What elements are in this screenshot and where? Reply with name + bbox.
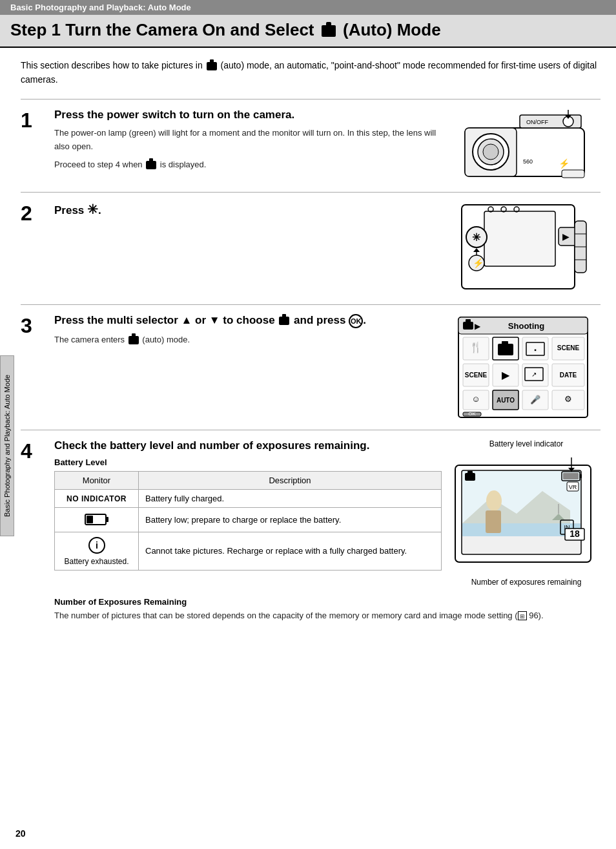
monitor-cell-1: NO INDICATOR: [55, 489, 139, 507]
svg-text:i: i: [96, 540, 98, 550]
inline-camera-icon-step3b: [128, 336, 139, 344]
info-icon: i: [88, 536, 106, 554]
svg-text:560: 560: [523, 158, 533, 165]
svg-text:🎤: 🎤: [530, 394, 541, 405]
battery-label: Battery Level: [54, 457, 442, 467]
battery-exhausted-label: Battery exhausted.: [64, 557, 128, 566]
svg-text:☺: ☺: [471, 394, 480, 404]
svg-point-75: [486, 490, 502, 511]
svg-rect-80: [467, 471, 473, 474]
step-1-image: ON/OFF 560 ⚡: [452, 109, 601, 183]
svg-text:Shooting: Shooting: [508, 321, 544, 331]
shooting-menu-illustration: ▶ Shooting 🍴: [455, 314, 597, 421]
table-row: NO INDICATOR Battery fully charged.: [55, 489, 442, 507]
step-3: 3 Press the multi selector ▲ or ▼ to cho…: [21, 304, 601, 430]
monitor-cell-2: [55, 507, 139, 532]
svg-text:⚙: ⚙: [564, 394, 572, 404]
step-4: 4 Check the battery level and number of …: [21, 430, 601, 632]
exposure-caption: Number of exposures remaining: [452, 578, 601, 587]
asterisk-symbol: ✳: [87, 202, 98, 216]
svg-text:⚡: ⚡: [473, 258, 484, 269]
inline-camera-icon-intro: [207, 62, 217, 70]
side-tab: Basic Photography and Playback: Auto Mod…: [0, 355, 14, 536]
low-battery-icon: [84, 512, 110, 526]
step-4-image: Battery level indicator: [452, 439, 601, 587]
monitor-cell-3: i Battery exhausted.: [55, 532, 139, 570]
top-bar-text: Basic Photography and Playback: Auto Mod…: [10, 3, 191, 12]
step-1-body: Press the power switch to turn on the ca…: [54, 109, 601, 183]
step-1-desc1: The power-on lamp (green) will light for…: [54, 127, 442, 154]
step-1: 1 Press the power switch to turn on the …: [21, 99, 601, 192]
intro-paragraph: This section describes how to take pictu…: [21, 58, 601, 87]
exposures-title: Number of Exposures Remaining: [54, 597, 601, 607]
exposures-desc: The number of pictures that can be store…: [54, 609, 601, 623]
battery-indicator-caption: Battery level indicator: [452, 439, 601, 448]
step-4-title: Check the battery level and number of ex…: [54, 439, 442, 452]
step-2-body: Press ✳.: [54, 202, 601, 295]
no-indicator-text: NO INDICATOR: [67, 494, 127, 503]
step-4-body: Check the battery level and number of ex…: [54, 439, 601, 623]
svg-text:▶: ▶: [562, 231, 570, 242]
svg-text:AUTO: AUTO: [497, 397, 515, 404]
table-header-description: Description: [139, 471, 442, 489]
camera-icon: [322, 25, 336, 37]
page-title: Step 1 Turn the Camera On and Select (Au…: [10, 20, 606, 40]
svg-text:SCENE: SCENE: [465, 372, 488, 379]
svg-text:OK: OK: [468, 411, 476, 417]
svg-rect-79: [465, 473, 475, 481]
inline-camera-icon-step1: [146, 161, 156, 169]
svg-text:✳: ✳: [472, 232, 481, 243]
table-header-monitor: Monitor: [55, 471, 139, 489]
svg-rect-67: [87, 516, 93, 523]
content-area: This section describes how to take pictu…: [0, 48, 616, 642]
step-1-title: Press the power switch to turn on the ca…: [54, 109, 442, 121]
book-icon: ⊞: [518, 611, 527, 620]
camera-back-illustration: ✳ ▶ ⚡: [458, 202, 594, 295]
svg-rect-33: [466, 319, 471, 322]
svg-text:⚡: ⚡: [559, 158, 570, 169]
svg-text:ON/OFF: ON/OFF: [526, 119, 548, 125]
table-row: i Battery exhausted. Cannot take picture…: [55, 532, 442, 570]
svg-text:VR: VR: [569, 484, 577, 490]
step-2-title: Press ✳.: [54, 202, 442, 217]
svg-text:DATE: DATE: [560, 372, 577, 379]
svg-rect-82: [580, 474, 582, 478]
svg-rect-83: [563, 473, 579, 479]
exposures-section: Number of Exposures Remaining The number…: [54, 597, 601, 623]
step-3-desc: The camera enters (auto) mode.: [54, 333, 442, 347]
svg-rect-66: [106, 517, 108, 522]
camera-lcd-illustration: VR IN 18: [452, 452, 594, 572]
step-3-body: Press the multi selector ▲ or ▼ to choos…: [54, 314, 601, 421]
desc-cell-1: Battery fully charged.: [139, 489, 442, 507]
desc-cell-3: Cannot take pictures. Recharge or replac…: [139, 532, 442, 570]
ok-icon: OK: [349, 314, 363, 328]
step-number-3: 3: [21, 314, 44, 421]
step-number-4: 4: [21, 439, 44, 461]
step-2: 2 Press ✳.: [21, 192, 601, 304]
side-tab-text: Basic Photography and Playback: Auto Mod…: [3, 375, 11, 517]
step-number-1: 1: [21, 109, 44, 183]
svg-text:🍴: 🍴: [469, 341, 482, 353]
table-row: Battery low; prepare to charge or replac…: [55, 507, 442, 532]
svg-text:18: 18: [570, 529, 580, 539]
step-1-desc2: Proceed to step 4 when is displayed.: [54, 158, 442, 172]
camera-top-illustration: ON/OFF 560 ⚡: [458, 109, 594, 183]
step-3-title: Press the multi selector ▲ or ▼ to choos…: [54, 314, 442, 328]
svg-text:▪: ▪: [534, 346, 537, 353]
step-number-2: 2: [21, 202, 44, 295]
svg-text:▶: ▶: [475, 322, 481, 331]
step-2-image: ✳ ▶ ⚡: [452, 202, 601, 295]
page-number: 20: [15, 828, 26, 839]
svg-rect-12: [562, 170, 584, 178]
svg-rect-32: [463, 322, 473, 330]
main-title-section: Step 1 Turn the Camera On and Select (Au…: [0, 15, 616, 48]
battery-table: Monitor Description NO INDICATOR Battery…: [54, 471, 442, 571]
battery-section: Battery Level Monitor Description: [54, 457, 442, 571]
step-3-image: ▶ Shooting 🍴: [452, 314, 601, 421]
svg-rect-76: [486, 510, 501, 533]
top-bar: Basic Photography and Playback: Auto Mod…: [0, 0, 616, 15]
svg-rect-39: [498, 344, 513, 355]
svg-text:▶: ▶: [502, 370, 510, 381]
svg-rect-40: [502, 341, 508, 345]
svg-rect-14: [484, 211, 555, 266]
